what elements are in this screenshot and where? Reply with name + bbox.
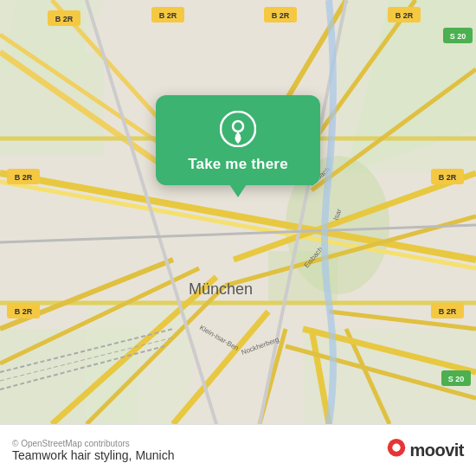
location-pin-icon — [220, 111, 256, 147]
moovit-brand-text: moovit — [409, 441, 464, 460]
svg-text:München: München — [189, 280, 253, 298]
svg-text:S 20: S 20 — [448, 375, 465, 383]
take-me-there-button[interactable]: Take me there — [188, 156, 288, 173]
svg-text:B 2R: B 2R — [159, 11, 177, 20]
bottom-bar: © OpenStreetMap contributors Teamwork ha… — [0, 424, 476, 476]
moovit-pin-icon — [387, 439, 406, 463]
svg-text:B 2R: B 2R — [15, 307, 33, 316]
location-name: Teamwork hair styling, Munich — [12, 448, 175, 462]
svg-text:B 2R: B 2R — [396, 11, 414, 20]
map-container: B 2R B 2R B 2R B 2R B 2R B 2R B 2R B 2R … — [0, 0, 476, 424]
svg-text:S 20: S 20 — [450, 32, 466, 41]
svg-text:B 2R: B 2R — [439, 307, 457, 316]
bottom-left: © OpenStreetMap contributors Teamwork ha… — [12, 439, 175, 462]
popup-card[interactable]: Take me there — [156, 95, 320, 185]
svg-point-67 — [233, 121, 243, 132]
svg-text:B 2R: B 2R — [15, 173, 33, 182]
svg-text:B 2R: B 2R — [272, 11, 290, 20]
moovit-logo[interactable]: moovit — [387, 439, 464, 463]
copyright-text: © OpenStreetMap contributors — [12, 439, 175, 448]
svg-text:B 2R: B 2R — [439, 173, 457, 182]
svg-text:B 2R: B 2R — [55, 15, 74, 23]
